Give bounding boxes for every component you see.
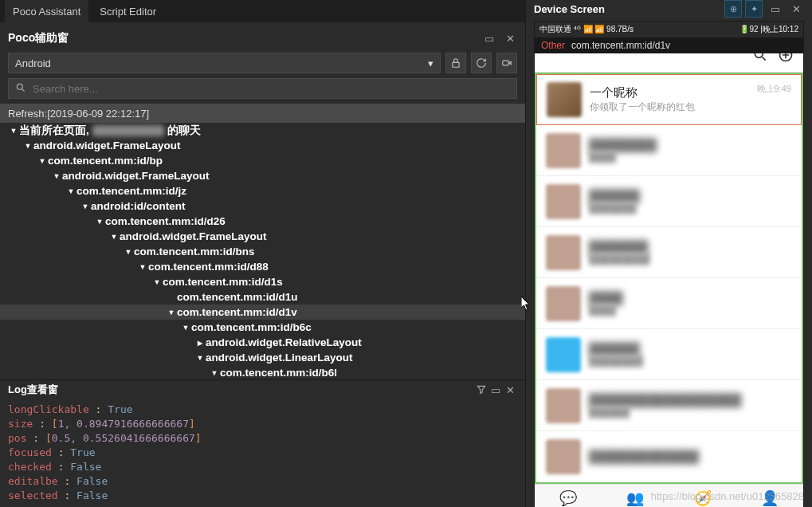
detach-button[interactable]: ▭ bbox=[482, 31, 496, 45]
detach-log-button[interactable]: ▭ bbox=[488, 383, 503, 397]
poco-header: Poco辅助窗 ▭ ✕ bbox=[0, 29, 525, 48]
tab-chats[interactable]: 💬微信 bbox=[535, 485, 602, 507]
right-panel: Device Screen ⊕ ✦ ▭ ✕ 中国联通 ⁴ᴳ 📶 📶 98.7B/… bbox=[526, 0, 812, 507]
close-panel-button[interactable]: ✕ bbox=[503, 31, 517, 45]
caret-icon[interactable] bbox=[22, 141, 33, 150]
caret-icon[interactable] bbox=[108, 232, 120, 241]
tree-node[interactable]: com.tencent.mm:id/d88 bbox=[0, 259, 525, 274]
tree-node[interactable]: com.tencent.mm:id/d1v bbox=[0, 305, 525, 320]
tree-node[interactable]: android.widget.FrameLayout bbox=[0, 168, 525, 183]
log-title: Log查看窗 bbox=[8, 383, 474, 397]
log-line: pos : [0.5, 0.5526041666666667] bbox=[8, 431, 517, 446]
chat-subtitle: 你领取了一个昵称的红包 bbox=[590, 100, 749, 114]
tree-label: android.widget.RelativeLayout bbox=[206, 336, 362, 348]
tree-label: com.tencent.mm:id/bns bbox=[134, 246, 255, 257]
caret-icon[interactable] bbox=[94, 217, 105, 226]
tree-label: com.tencent.mm:id/d1u bbox=[177, 291, 298, 303]
inspector-crosshair-button[interactable]: ⊕ bbox=[724, 0, 742, 18]
platform-dropdown[interactable]: Android ▾ bbox=[8, 53, 441, 73]
tree-label: com.tencent.mm:id/jz bbox=[76, 185, 186, 197]
caret-icon[interactable] bbox=[65, 187, 76, 195]
detach-device-button[interactable]: ▭ bbox=[767, 1, 783, 17]
tree-label: android.widget.FrameLayout bbox=[33, 140, 181, 151]
tree-node[interactable]: com.tencent.mm:id/bns bbox=[0, 244, 525, 259]
chat-item[interactable]: █████████████ bbox=[536, 176, 802, 227]
tree-node[interactable]: android.widget.RelativeLayout bbox=[0, 335, 525, 350]
filter-button[interactable] bbox=[474, 383, 488, 397]
chat-item[interactable]: ██████████████ bbox=[536, 329, 802, 380]
caret-icon[interactable] bbox=[166, 308, 177, 316]
tree-label: com.tencent.mm:id/d1s bbox=[163, 276, 283, 288]
tab-discover[interactable]: 🧭发现 bbox=[669, 485, 736, 507]
inspector-tools-button[interactable]: ✦ bbox=[745, 0, 763, 18]
refresh-button[interactable] bbox=[471, 53, 492, 73]
record-button[interactable] bbox=[496, 53, 517, 73]
tree-label: android.widget.FrameLayout bbox=[62, 170, 210, 182]
phone-status-bar: 中国联通 ⁴ᴳ 📶 📶 98.7B/s 🔋92 |晚上10:12 bbox=[535, 22, 803, 37]
chat-item[interactable]: ████████ bbox=[536, 278, 802, 329]
tree-node[interactable]: com.tencent.mm:id/d26 bbox=[0, 214, 525, 229]
tree-node[interactable]: com.tencent.mm:id/b6c bbox=[0, 320, 525, 335]
chat-name: 一个昵称 bbox=[590, 85, 749, 100]
chat-item[interactable]: ████████████ bbox=[536, 125, 802, 176]
caret-icon[interactable] bbox=[51, 171, 62, 180]
caret-icon[interactable] bbox=[209, 368, 220, 377]
search-icon bbox=[15, 82, 26, 96]
avatar bbox=[546, 388, 581, 423]
platform-value: Android bbox=[15, 57, 428, 69]
tree-label: android.widget.FrameLayout bbox=[120, 230, 267, 242]
left-panel: Poco Assistant Script Editor Poco辅助窗 ▭ ✕… bbox=[0, 0, 526, 507]
search-input[interactable] bbox=[33, 83, 510, 95]
tree-node[interactable]: 当前所在页面, 的聊天 bbox=[0, 123, 525, 138]
caret-icon[interactable] bbox=[137, 262, 148, 271]
lock-button[interactable] bbox=[445, 53, 466, 73]
tree-node[interactable]: com.tencent.mm:id/b6l bbox=[0, 365, 525, 379]
tree-label: android.widget.LinearLayout bbox=[206, 352, 353, 364]
avatar bbox=[547, 82, 582, 117]
log-body[interactable]: longClickable : Truesize : [1, 0.8947916… bbox=[0, 399, 525, 507]
chat-list[interactable]: 一个昵称 你领取了一个昵称的红包 晚上9:49 ████████████ ███… bbox=[535, 73, 803, 484]
tab-poco-assistant[interactable]: Poco Assistant bbox=[5, 0, 88, 22]
chat-item[interactable]: ████████████████ bbox=[536, 227, 802, 278]
log-line: checked : False bbox=[8, 460, 517, 474]
hierarchy-tree[interactable]: 当前所在页面, 的聊天android.widget.FrameLayoutcom… bbox=[0, 123, 525, 379]
caret-icon[interactable] bbox=[80, 202, 91, 210]
refresh-bar[interactable]: Refresh:[2019-06-09 22:12:17] bbox=[0, 104, 525, 123]
caret-icon[interactable] bbox=[180, 323, 191, 332]
tab-me[interactable]: 👤我 bbox=[736, 485, 803, 507]
device-title: Device Screen bbox=[534, 3, 721, 15]
tab-contacts[interactable]: 👥通讯录 bbox=[602, 485, 669, 507]
tree-node[interactable]: android.widget.FrameLayout bbox=[0, 229, 525, 244]
tree-label: com.tencent.mm:id/b6c bbox=[191, 321, 312, 333]
chevron-down-icon: ▾ bbox=[428, 57, 433, 69]
editor-tabs: Poco Assistant Script Editor bbox=[0, 0, 525, 22]
caret-icon[interactable] bbox=[194, 338, 206, 347]
close-log-button[interactable]: ✕ bbox=[503, 383, 517, 397]
tree-node[interactable]: com.tencent.mm:id/d1s bbox=[0, 274, 525, 289]
tree-node[interactable]: android.widget.LinearLayout bbox=[0, 350, 525, 365]
chat-item[interactable]: █████████████ bbox=[536, 431, 802, 482]
avatar bbox=[546, 439, 581, 474]
caret-icon[interactable] bbox=[151, 277, 163, 286]
close-device-button[interactable]: ✕ bbox=[788, 1, 804, 17]
wechat-tabbar: 💬微信 👥通讯录 🧭发现 👤我 bbox=[535, 484, 803, 507]
tree-label: com.tencent.mm:id/d88 bbox=[148, 261, 269, 273]
caret-icon[interactable] bbox=[37, 156, 48, 165]
chat-item[interactable]: ████████████████████████ bbox=[536, 380, 802, 431]
tree-node[interactable]: android:id/content bbox=[0, 198, 525, 214]
tree-node[interactable]: android.widget.FrameLayout bbox=[0, 138, 525, 153]
log-line: editalbe : False bbox=[8, 474, 517, 489]
tree-node[interactable]: com.tencent.mm:id/bp bbox=[0, 153, 525, 168]
log-line: longClickable : True bbox=[8, 403, 517, 417]
tree-node[interactable]: com.tencent.mm:id/jz bbox=[0, 183, 525, 198]
caret-icon[interactable] bbox=[194, 353, 206, 362]
caret-icon[interactable] bbox=[8, 126, 19, 135]
inspector-overlay-path: Other com.tencent.mm:id/d1v bbox=[535, 37, 803, 53]
device-header: Device Screen ⊕ ✦ ▭ ✕ bbox=[526, 0, 812, 18]
chat-item[interactable]: 一个昵称 你领取了一个昵称的红包 晚上9:49 bbox=[536, 74, 802, 125]
caret-icon[interactable] bbox=[123, 247, 134, 256]
tab-script-editor[interactable]: Script Editor bbox=[92, 0, 164, 22]
tree-node[interactable]: com.tencent.mm:id/d1u bbox=[0, 289, 525, 305]
device-screen[interactable]: 中国联通 ⁴ᴳ 📶 📶 98.7B/s 🔋92 |晚上10:12 Other c… bbox=[534, 21, 804, 507]
tree-label: com.tencent.mm:id/b6l bbox=[220, 367, 337, 379]
